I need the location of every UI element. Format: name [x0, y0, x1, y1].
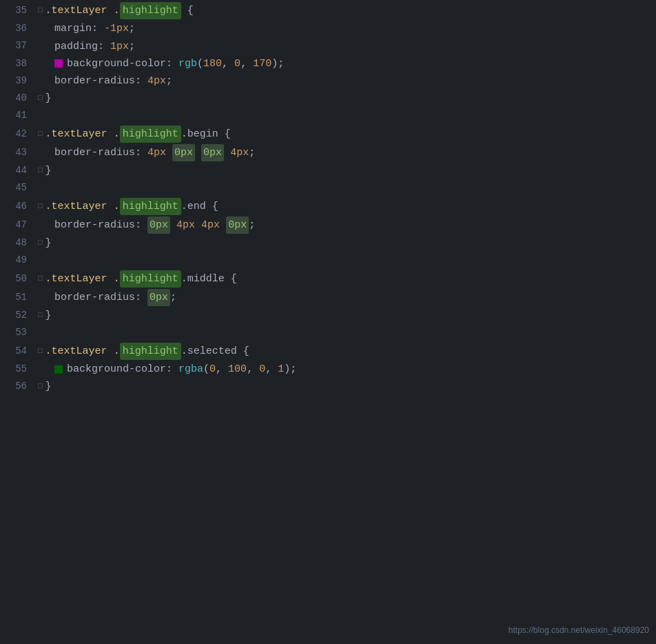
- watermark: https://blog.csdn.net/weixin_46068920: [509, 624, 649, 637]
- table-row: 53: [0, 325, 656, 342]
- table-row: 40□}: [0, 90, 656, 107]
- table-row: 56□}: [0, 378, 656, 395]
- line-number: 53: [0, 325, 38, 341]
- line-content: [38, 325, 656, 341]
- line-content: □.textLayer .highlight.begin {: [38, 125, 656, 143]
- line-content: [38, 108, 656, 124]
- px-highlight: 0px: [147, 289, 170, 306]
- line-number: 49: [0, 253, 38, 268]
- fold-icon[interactable]: □: [38, 201, 43, 212]
- line-content: □.textLayer .highlight.end {: [38, 198, 656, 215]
- line-number: 50: [0, 272, 38, 287]
- table-row: 50□.textLayer .highlight.middle {: [0, 270, 656, 288]
- line-number: 43: [0, 145, 38, 161]
- px-highlight: 0px: [147, 217, 170, 234]
- line-content: □.textLayer .highlight.selected {: [38, 343, 656, 360]
- fold-icon[interactable]: □: [38, 381, 43, 392]
- highlight-keyword: highlight: [120, 2, 181, 19]
- line-content: border-radius: 4px 0px 0px 4px;: [38, 144, 656, 161]
- highlight-keyword: highlight: [120, 125, 181, 143]
- fold-icon[interactable]: □: [38, 165, 43, 177]
- line-content: □.textLayer .highlight.middle {: [38, 270, 656, 288]
- px-highlight: 0px: [172, 144, 195, 161]
- line-content: padding: 1px;: [38, 39, 656, 54]
- table-row: 42□.textLayer .highlight.begin {: [0, 125, 656, 143]
- table-row: 35□.textLayer .highlight {: [0, 1, 656, 20]
- line-content: margin: -1px;: [38, 21, 656, 37]
- color-swatch: [54, 365, 63, 374]
- line-content: border-radius: 0px;: [38, 289, 656, 306]
- table-row: 46□.textLayer .highlight.end {: [0, 197, 656, 216]
- line-content: □}: [38, 379, 656, 394]
- line-content: [38, 253, 656, 269]
- highlight-keyword: highlight: [120, 343, 181, 360]
- fold-icon[interactable]: □: [38, 273, 43, 285]
- line-content: □}: [38, 235, 656, 251]
- table-row: 37padding: 1px;: [0, 38, 656, 55]
- line-content: □}: [38, 90, 656, 106]
- line-number: 37: [0, 39, 38, 54]
- fold-icon[interactable]: □: [38, 345, 43, 357]
- line-number: 52: [0, 308, 38, 323]
- line-content: □.textLayer .highlight {: [38, 2, 656, 19]
- fold-icon[interactable]: □: [38, 5, 43, 17]
- table-row: 38background-color: rgb(180, 0, 170);: [0, 55, 656, 72]
- line-content: border-radius: 0px 4px 4px 0px;: [38, 217, 656, 234]
- px-highlight: 0px: [201, 144, 224, 161]
- line-number: 41: [0, 108, 38, 123]
- table-row: 36margin: -1px;: [0, 20, 656, 37]
- px-highlight: 0px: [226, 217, 249, 234]
- line-number: 56: [0, 379, 38, 394]
- fold-icon[interactable]: □: [38, 310, 43, 321]
- table-row: 44□}: [0, 162, 656, 179]
- line-number: 45: [0, 181, 38, 196]
- table-row: 39border-radius: 4px;: [0, 72, 656, 90]
- line-number: 44: [0, 163, 38, 179]
- line-content: border-radius: 4px;: [38, 73, 656, 89]
- table-row: 41: [0, 108, 656, 125]
- line-number: 55: [0, 362, 38, 377]
- highlight-keyword: highlight: [120, 198, 181, 215]
- line-number: 40: [0, 91, 38, 106]
- table-row: 49: [0, 252, 656, 270]
- color-swatch: [54, 59, 63, 68]
- table-row: 48□}: [0, 234, 656, 252]
- line-content: □}: [38, 163, 656, 179]
- line-number: 42: [0, 127, 38, 142]
- line-content: background-color: rgb(180, 0, 170);: [38, 56, 656, 72]
- line-number: 48: [0, 236, 38, 251]
- line-number: 38: [0, 57, 38, 72]
- line-number: 51: [0, 290, 38, 305]
- table-row: 43border-radius: 4px 0px 0px 4px;: [0, 143, 656, 162]
- line-content: background-color: rgba(0, 100, 0, 1);: [38, 361, 656, 377]
- table-row: 45: [0, 180, 656, 197]
- fold-icon[interactable]: □: [38, 92, 43, 104]
- table-row: 52□}: [0, 307, 656, 324]
- highlight-keyword: highlight: [120, 270, 181, 288]
- line-number: 35: [0, 3, 38, 19]
- table-row: 54□.textLayer .highlight.selected {: [0, 342, 656, 361]
- line-number: 39: [0, 74, 38, 89]
- line-number: 36: [0, 21, 38, 37]
- line-number: 47: [0, 218, 38, 233]
- fold-icon[interactable]: □: [38, 237, 43, 249]
- line-content: [38, 181, 656, 197]
- line-number: 54: [0, 344, 38, 359]
- line-number: 46: [0, 199, 38, 214]
- line-content: □}: [38, 308, 656, 323]
- fold-icon[interactable]: □: [38, 128, 43, 140]
- table-row: 55background-color: rgba(0, 100, 0, 1);: [0, 361, 656, 378]
- table-row: 47border-radius: 0px 4px 4px 0px;: [0, 216, 656, 234]
- table-row: 51border-radius: 0px;: [0, 288, 656, 307]
